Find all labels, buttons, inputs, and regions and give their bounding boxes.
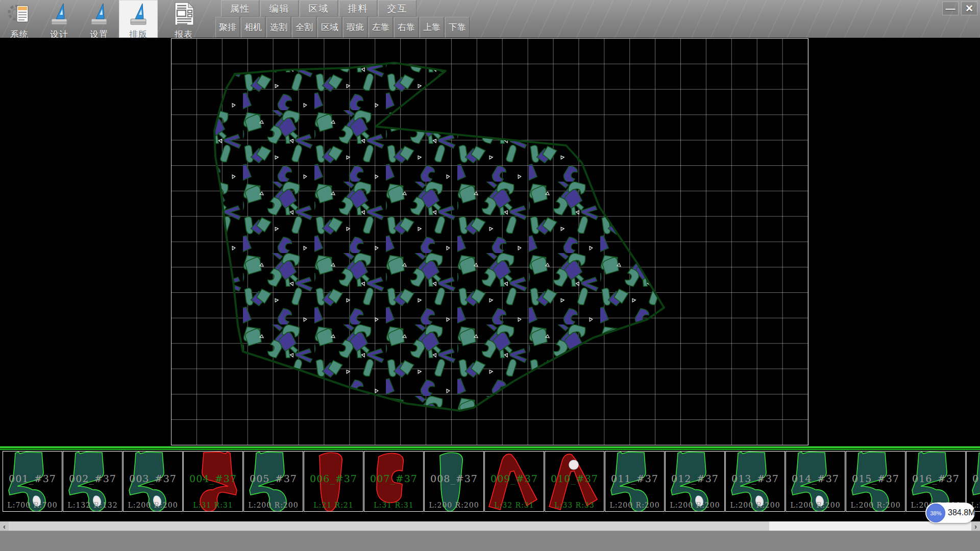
piece-id-label: 012_#37 [666, 473, 724, 484]
piece-id-label: 007_#37 [364, 473, 423, 484]
piece-lr-count-label: L:31 R:31 [364, 501, 423, 509]
piece-thumbnail[interactable]: 011_#37 L:200 R:200 [605, 451, 665, 512]
strip-separator-dark [0, 448, 980, 450]
main-button-label: 系统 [10, 29, 29, 38]
horizontal-scrollbar[interactable]: ‹ › [0, 521, 980, 531]
minimize-button[interactable]: — [942, 2, 959, 15]
tool-下靠[interactable]: 下靠 [445, 17, 470, 38]
tool-左靠[interactable]: 左靠 [369, 17, 393, 38]
title-toolbar: 系统 设计 设置 排版 报表 属性编辑区域排料交互 聚排相机选割全割区域瑕疵左靠… [0, 0, 980, 38]
status-bar [0, 531, 980, 551]
piece-lr-count-label: L:32 R:31 [485, 501, 544, 509]
layout-ruler-icon [127, 2, 150, 28]
piece-thumbnail[interactable]: 010_#37 L:33 R:33 [545, 451, 604, 512]
piece-id-label: 016_#37 [906, 473, 965, 484]
piece-thumbnail[interactable]: 003_#37 L:200 R:200 [123, 451, 183, 512]
tool-上靠[interactable]: 上靠 [420, 17, 444, 38]
piece-thumbnail[interactable]: 008_#37 L:200 R:200 [424, 451, 484, 512]
piece-lr-count-label: L:200 R:200 [786, 501, 845, 509]
piece-id-label: 006_#37 [304, 473, 363, 484]
tool-瑕疵[interactable]: 瑕疵 [343, 17, 368, 38]
menu-编辑[interactable]: 编辑 [260, 0, 299, 17]
piece-thumbnail[interactable]: 001_#37 L:700 R:700 [3, 451, 62, 512]
piece-id-label: 008_#37 [425, 473, 483, 484]
piece-lr-count-label: L:200 R:200 [244, 501, 303, 509]
design-ruler-icon [47, 2, 71, 28]
scroll-left-button[interactable]: ‹ [0, 521, 9, 531]
piece-id-label: 014_#37 [786, 473, 845, 484]
piece-thumbnail[interactable]: 014_#37 L:200 R:200 [786, 451, 845, 512]
memory-percent-badge: 38% [926, 504, 945, 522]
piece-lr-count-label: L:21 R:21 [304, 501, 363, 509]
piece-thumbnail[interactable]: 002_#37 L:132 R:132 [63, 451, 122, 512]
piece-id-label: 002_#37 [63, 473, 122, 484]
piece-id-label: 003_#37 [124, 473, 182, 484]
piece-thumbnail-strip: 001_#37 L:700 R:700 002_#37 L:132 R:132 … [0, 451, 980, 512]
main-button-label: 设计 [50, 29, 68, 38]
piece-thumbnail[interactable]: 015_#37 L:200 R:200 [846, 451, 905, 512]
piece-id-label: 009_#37 [485, 473, 544, 484]
tool-聚排[interactable]: 聚排 [215, 17, 240, 38]
main-button-label: 报表 [175, 29, 193, 38]
piece-lr-count-label: L:700 R:700 [3, 501, 62, 509]
strip-separator-bright [0, 446, 980, 448]
piece-lr-count-label: L:200 R:200 [124, 501, 182, 509]
main-button-设置[interactable]: 设置 [80, 0, 118, 38]
piece-thumbnail[interactable]: 009_#37 L:32 R:31 [484, 451, 544, 512]
piece-thumbnail[interactable]: 004_#37 L:31 R:31 [183, 451, 243, 512]
memory-used-label: 384.8M [948, 503, 975, 523]
piece-thumbnail[interactable]: 005_#37 L:200 R:200 [243, 451, 303, 512]
piece-id-label: 017_#37 [967, 473, 980, 484]
piece-lr-count-label: L:31 R:31 [184, 501, 242, 509]
piece-id-label: 001_#37 [3, 473, 62, 484]
piece-lr-count-label: L:200 R:200 [425, 501, 483, 509]
piece-lr-count-label: L:200 R:200 [846, 501, 905, 509]
main-button-系统[interactable]: 系统 [0, 0, 39, 38]
piece-lr-count-label: L:132 R:132 [63, 501, 122, 509]
report-doc-icon [172, 2, 195, 28]
main-button-排版[interactable]: 排版 [119, 0, 158, 38]
piece-lr-count-label: L:200 R:200 [666, 501, 724, 509]
menu-属性[interactable]: 属性 [221, 0, 259, 17]
piece-id-label: 015_#37 [846, 473, 905, 484]
piece-thumbnail[interactable]: 006_#37 L:21 R:21 [304, 451, 363, 512]
tool-全割[interactable]: 全割 [292, 17, 316, 38]
menu-排料[interactable]: 排料 [339, 0, 377, 17]
piece-id-label: 010_#37 [545, 473, 604, 484]
nesting-drawing [172, 39, 808, 445]
main-button-label: 设置 [90, 29, 108, 38]
piece-lr-count-label: L:200 R:200 [605, 501, 664, 509]
menu-交互[interactable]: 交互 [378, 0, 416, 17]
piece-thumbnail[interactable]: 012_#37 L:200 R:200 [665, 451, 725, 512]
menu-区域[interactable]: 区域 [300, 0, 338, 17]
scrollbar-thumb[interactable] [9, 521, 769, 531]
memory-badge: 38% 384.8M [925, 503, 975, 523]
nesting-canvas[interactable] [171, 38, 808, 445]
piece-thumbnail[interactable]: 013_#37 L:200 R:200 [725, 451, 785, 512]
piece-thumbnail[interactable]: 007_#37 L:31 R:31 [364, 451, 424, 512]
main-button-设计[interactable]: 设计 [40, 0, 79, 38]
tool-右靠[interactable]: 右靠 [394, 17, 419, 38]
tool-相机[interactable]: 相机 [241, 17, 265, 38]
settings-ruler-icon [87, 2, 111, 28]
piece-id-label: 011_#37 [605, 473, 664, 484]
system-gear-icon [8, 2, 31, 28]
piece-lr-count-label: L:33 R:33 [545, 501, 604, 509]
piece-id-label: 013_#37 [726, 473, 785, 484]
close-button[interactable]: ✕ [961, 2, 977, 15]
tool-选割[interactable]: 选割 [266, 17, 291, 38]
piece-id-label: 004_#37 [184, 473, 242, 484]
piece-lr-count-label: L:200 R:200 [726, 501, 785, 509]
main-button-label: 排版 [129, 29, 148, 38]
tool-区域[interactable]: 区域 [317, 17, 342, 38]
piece-id-label: 005_#37 [244, 473, 303, 484]
main-button-报表[interactable]: 报表 [164, 0, 203, 38]
